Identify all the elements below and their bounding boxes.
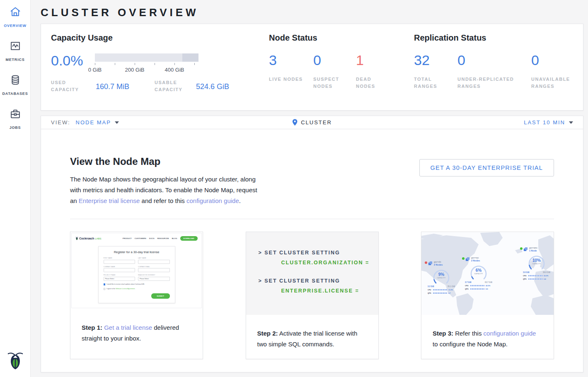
mini-download-button[interactable]: DOWNLOAD bbox=[180, 236, 198, 241]
locality-node-count: 2 Nodes bbox=[434, 263, 443, 266]
breadcrumb-cluster[interactable]: CLUSTER bbox=[301, 119, 332, 126]
cpu-label: CPU bbox=[523, 275, 527, 277]
software-license-agreement-link[interactable]: Software License Agreement. bbox=[116, 288, 135, 290]
capacity-used-percent: 0.0% bbox=[51, 53, 80, 72]
gauge-tick-label: 0 GiB bbox=[88, 67, 102, 73]
email-updates-checkbox[interactable] bbox=[104, 283, 106, 285]
live-nodes-label: LIVE NODES bbox=[269, 76, 305, 83]
description-text: . bbox=[239, 197, 241, 204]
checkbox-label: I agree to the Software License Agreemen… bbox=[106, 288, 135, 290]
capacity-caption: CAPACITY bbox=[526, 263, 547, 265]
content: CLUSTER OVERVIEW Capacity Usage 0.0% 0 G… bbox=[31, 0, 588, 372]
chevron-down-icon[interactable] bbox=[115, 121, 119, 124]
node-status-section: Node Status 3 LIVE NODES 0 SUSPECT NODES… bbox=[269, 33, 414, 110]
cockroachdb-logo bbox=[7, 350, 23, 372]
form-title: Register for a 30-day trial license bbox=[104, 250, 170, 254]
map-locality-sfo[interactable]: geo=sfo 2 Nodes 9% CAPACITY bbox=[425, 261, 458, 294]
divider bbox=[70, 219, 554, 219]
capacity-total: 63.7 GiB bbox=[485, 281, 492, 283]
configuration-guide-link[interactable]: configuration guide bbox=[484, 330, 536, 337]
enterprise-trial-button[interactable]: GET A 30-DAY ENTERPRISE TRIAL bbox=[419, 159, 554, 176]
live-node-status-dot bbox=[462, 257, 465, 260]
capacity-used: 3.6 GiB bbox=[523, 271, 530, 273]
locality-node-count: 2 Nodes bbox=[471, 259, 480, 262]
total-ranges-stat: 32 TOTAL RANGES bbox=[414, 53, 457, 90]
usable-capacity-label: USABLE CAPACITY bbox=[155, 79, 196, 93]
qps-bar bbox=[528, 278, 542, 280]
logo-text: Cockroach bbox=[79, 237, 94, 240]
step2-label: Step 2: bbox=[257, 330, 278, 337]
node-status-title: Node Status bbox=[269, 33, 414, 43]
map-locality-nyc[interactable]: geo=nyc 2 Nodes 6% CAPACITY bbox=[462, 257, 495, 290]
checkbox-text: I agree to the bbox=[106, 288, 115, 290]
company-name-input[interactable] bbox=[104, 268, 136, 272]
view-bar: VIEW: NODE MAP CLUSTER LAST 10 MIN bbox=[41, 116, 583, 129]
step3-label: Step 3: bbox=[433, 330, 453, 337]
node-map-heading: View the Node Map bbox=[70, 156, 260, 167]
last-name-input[interactable] bbox=[138, 260, 170, 264]
step2-card: > SET CLUSTER SETTING CLUSTER.ORGANIZATI… bbox=[246, 232, 379, 359]
cpu-value: 42.5% bbox=[486, 285, 490, 287]
dead-node-status-dot bbox=[425, 261, 427, 264]
map-locality-ams[interactable]: geo=ams 1 Node 10% CAPACITY bbox=[520, 247, 553, 280]
code-line-1: > SET CLUSTER SETTING bbox=[259, 250, 378, 256]
unavailable-ranges-label: UNAVAILABLE RANGES bbox=[531, 76, 567, 90]
qps-label: QPS bbox=[428, 292, 432, 294]
nodes-cube-icon bbox=[523, 247, 528, 251]
step1-label: Step 1: bbox=[82, 324, 102, 331]
field-label: COMPANY NAME bbox=[104, 266, 136, 268]
field-label: COMPANY EMAIL bbox=[138, 266, 170, 268]
nodes-cube-icon bbox=[428, 261, 433, 266]
view-selector[interactable]: NODE MAP bbox=[76, 119, 111, 126]
gauge-tick-label: 200 GiB bbox=[125, 67, 145, 73]
qps-bar bbox=[470, 288, 484, 290]
reason-for-interest-select[interactable]: Please Select bbox=[138, 277, 170, 281]
trial-registration-form: Register for a 30-day trial license FIRS… bbox=[98, 246, 175, 303]
mini-nav-product[interactable]: PRODUCT bbox=[123, 237, 132, 239]
first-name-input[interactable] bbox=[104, 260, 136, 264]
under-replicated-ranges-stat: 0 UNDER-REPLICATED RANGES bbox=[457, 53, 531, 90]
mini-nav-customers[interactable]: CUSTOMERS bbox=[135, 237, 146, 239]
get-trial-license-link[interactable]: Get a trial license bbox=[104, 324, 152, 331]
time-range-selector[interactable]: LAST 10 MIN bbox=[524, 119, 565, 126]
cpu-bar bbox=[433, 289, 447, 291]
cockroach-labs-logo: Cockroach LABS bbox=[75, 237, 102, 240]
cpu-value: 53.3% bbox=[544, 275, 548, 277]
mini-submit-button[interactable]: SUBMIT bbox=[151, 293, 169, 299]
locality-node-count: 1 Node bbox=[529, 249, 537, 252]
replication-status-title: Replication Status bbox=[414, 33, 567, 43]
live-nodes-stat: 3 LIVE NODES bbox=[269, 53, 313, 90]
company-email-input[interactable] bbox=[138, 268, 170, 272]
sidebar-item-jobs[interactable]: JOBS bbox=[0, 102, 30, 136]
enterprise-trial-license-link[interactable]: Enterprise trial license bbox=[79, 197, 140, 204]
live-node-status-dot bbox=[520, 247, 523, 250]
qps-label: QPS bbox=[523, 278, 527, 280]
configuration-guide-link[interactable]: configuration guide bbox=[186, 197, 239, 204]
step1-card: Cockroach LABS PRODUCT CUSTOMERS DOCS RE… bbox=[70, 232, 203, 359]
total-ranges-value: 32 bbox=[414, 53, 457, 68]
live-nodes-value: 3 bbox=[269, 53, 313, 68]
chevron-down-icon[interactable] bbox=[569, 121, 573, 124]
project-phase-select[interactable]: Please Select bbox=[104, 277, 136, 281]
dead-nodes-value: 1 bbox=[356, 53, 392, 68]
description-text: and refer to this bbox=[142, 197, 185, 204]
sidebar-item-overview[interactable]: OVERVIEW bbox=[0, 0, 30, 34]
qps-value: 4.7 bbox=[448, 292, 451, 294]
step3-text: to configure the Node Map. bbox=[433, 341, 508, 348]
cpu-label: CPU bbox=[465, 285, 469, 287]
sidebar: OVERVIEW METRICS DATABASES bbox=[0, 0, 31, 377]
step2-caption: Step 2: Activate the trial license with … bbox=[246, 315, 378, 350]
used-capacity-label: USED CAPACITY bbox=[51, 79, 96, 93]
sidebar-item-databases[interactable]: DATABASES bbox=[0, 68, 30, 102]
cpu-value: 11.0% bbox=[448, 289, 453, 291]
mini-nav-resources[interactable]: RESOURCES bbox=[157, 237, 169, 239]
sidebar-item-metrics[interactable]: METRICS bbox=[0, 34, 30, 68]
field-label: PROJECT PHASE bbox=[104, 274, 136, 276]
license-agreement-checkbox[interactable] bbox=[104, 288, 106, 290]
total-ranges-label: TOTAL RANGES bbox=[414, 76, 450, 90]
unavailable-ranges-stat: 0 UNAVAILABLE RANGES bbox=[531, 53, 567, 90]
capacity-percent: 9% bbox=[431, 272, 452, 277]
field-label: REASON FOR INTEREST bbox=[138, 274, 170, 276]
mini-nav-blog[interactable]: BLOG bbox=[172, 237, 177, 239]
mini-nav-docs[interactable]: DOCS bbox=[149, 237, 155, 239]
